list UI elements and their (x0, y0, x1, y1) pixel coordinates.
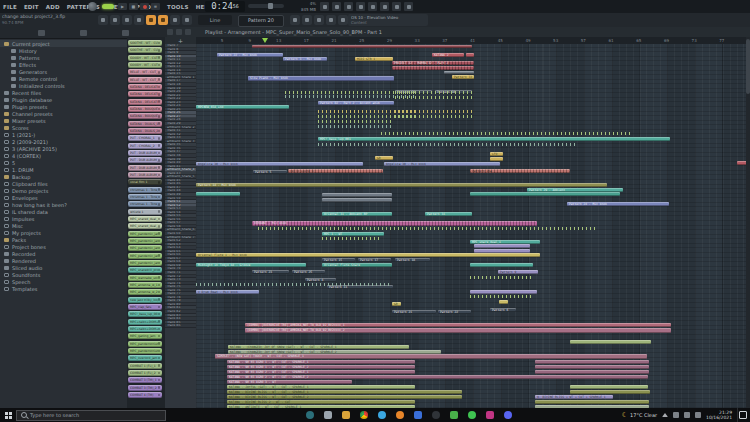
menu-file[interactable]: FILE (3, 4, 17, 10)
picker-item-combat-3-tm-2[interactable]: COMBAT 3 (TM)_2 (128, 385, 162, 391)
mute-dot-icon[interactable] (158, 342, 161, 345)
browser-item-project-bones[interactable]: Project bones (0, 243, 127, 250)
paint-tool-icon[interactable] (158, 15, 168, 25)
picker-item-mpc-bass-lup-001[interactable]: MPC!_bass_lup_001 (128, 311, 162, 317)
browser-item-mixer-presets[interactable]: Mixer presets (0, 117, 127, 124)
taskbar-file-explorer-icon[interactable] (342, 411, 350, 419)
volume-icon[interactable] (695, 412, 701, 418)
browser-item-channel-presets[interactable]: Channel presets (0, 110, 127, 117)
select-tool-icon[interactable] (314, 15, 324, 25)
mute-dot-icon[interactable] (158, 298, 161, 301)
playlist-clip[interactable]: MPC!_bass_lup_001 (318, 137, 670, 141)
picker-item-vocal-film-1[interactable]: vocal film 1 (128, 179, 162, 185)
mute-dot-icon[interactable] (158, 56, 161, 59)
playlist-clip[interactable]: LFO (490, 152, 503, 156)
playlist-clip[interactable] (737, 161, 746, 165)
picker-item-soothe-wt-cut-2[interactable]: SOOTHE - WT - CUT_2 (128, 47, 162, 53)
taskbar-cortana-icon[interactable] (306, 411, 314, 419)
mute-dot-icon[interactable] (158, 247, 161, 250)
playlist-clip[interactable] (490, 157, 503, 161)
taskbar-edge-icon[interactable] (378, 411, 386, 419)
delete-tool-icon[interactable] (170, 15, 180, 25)
picker-item-goody-wt-cut-2[interactable]: GOODY - WT - CUT_2 (128, 62, 162, 68)
taskbar-task-view-icon[interactable] (324, 411, 332, 419)
playlist-clip[interactable]: Pattern 5 (253, 170, 287, 174)
playlist-clip[interactable] (535, 365, 649, 369)
mute-dot-icon[interactable] (158, 306, 161, 309)
mute-dot-icon[interactable] (158, 174, 161, 177)
browser-item-plugin-presets[interactable]: Plugin presets (0, 103, 127, 110)
playlist-clip[interactable]: KATANA - 90 03 AGRO 2 - WT - CUT - SPARK… (227, 370, 415, 374)
playlist-clip[interactable]: Pattern 23 (252, 270, 289, 274)
picker-item-mpc-antenna-w-2[interactable]: MPC_antenna_w_2 (128, 289, 162, 295)
playlist-clip[interactable]: KATANA 2 (432, 53, 464, 57)
mute-dot-icon[interactable] (158, 144, 161, 147)
picker-item-put-dub-album-4[interactable]: PUT - DUB ALBUM_4 (128, 172, 162, 178)
playlist-clip[interactable]: KATANA - (CHANGED) JOY OF SNOW (GUT) - W… (228, 345, 409, 349)
taskbar-fl-studio-icon[interactable] (396, 411, 404, 419)
menu-edit[interactable]: EDIT (24, 4, 39, 10)
playlist-clip[interactable]: Pattern 8 (305, 278, 336, 282)
taskbar-whatsapp-icon[interactable] (468, 411, 476, 419)
browser-item-speech[interactable]: Speech (0, 278, 127, 285)
blend-notes-icon[interactable] (368, 2, 377, 11)
picker-item-katana-bouquet-1[interactable]: KATANA - BOUQUET_1 (128, 106, 162, 112)
picker-item-katana-duals-2[interactable]: KATANA - DUALS_2 (128, 128, 162, 134)
mute-dot-icon[interactable] (158, 71, 161, 74)
save-icon[interactable] (110, 15, 120, 25)
picker-item-mpc-pandemonium-jam-2[interactable]: MPC_pandemonium_jam_2 (128, 348, 162, 354)
record-button[interactable] (140, 3, 149, 10)
picker-item-mpc-pandemic-jam-1[interactable]: MPC_pandemic_jam_1 (128, 231, 162, 237)
browser-item-current-project[interactable]: Current project (0, 40, 127, 47)
picker-item-mpc-taiko-dom-008-1[interactable]: MPC+taiko+DOM+008_1 (128, 319, 162, 325)
playlist-clip[interactable]: Pattern 18 (395, 258, 430, 262)
taskbar-instagram-icon[interactable] (486, 411, 494, 419)
browser-item-remote-control[interactable]: Remote control (0, 75, 127, 82)
picker-item-mpc-taiko-dom-008-2[interactable]: MPC+taiko+DOM+008_2 (128, 326, 162, 332)
playlist-clip[interactable] (322, 193, 392, 197)
playlist-clip[interactable]: Pattern 31 (425, 212, 472, 216)
mute-dot-icon[interactable] (158, 232, 161, 235)
play-button[interactable]: ▶ (118, 3, 127, 10)
playlist-clip[interactable]: Angelica 30 - Mix knob (384, 162, 500, 166)
taskbar-discord-icon[interactable] (504, 411, 512, 419)
playlist-clip[interactable] (535, 360, 649, 364)
typing-keyboard-icon[interactable] (320, 2, 329, 11)
picker-item-mpc-overlord-jam[interactable]: MPC_overlord_jam (128, 355, 162, 361)
browser-item-1-2021[interactable]: 1 (2021-) (0, 131, 127, 138)
playlist-clip[interactable]: Pattern D2 - Part 2 - Accent anim (318, 101, 394, 105)
browser-item-initialized-controls[interactable]: Initialized controls (0, 82, 127, 89)
mute-dot-icon[interactable] (158, 181, 161, 184)
slice-tool-icon[interactable] (302, 15, 312, 25)
playlist-clip[interactable]: cello suite 1 (288, 169, 383, 173)
playlist-detach-icon[interactable] (176, 29, 182, 35)
mute-dot-icon[interactable] (158, 372, 161, 375)
picker-item-mpc-antenna-w-1[interactable]: MPC_antenna_w_1 (128, 282, 162, 288)
picker-item-mpc-pandemonium-jam-1[interactable]: MPC_pandemonium_jam_1 (128, 341, 162, 347)
mute-tool-icon[interactable] (182, 15, 192, 25)
mute-dot-icon[interactable] (158, 350, 161, 353)
playlist-grid[interactable]: Pattern 22 - Mix knobPattern 3 - Mix kno… (196, 44, 746, 408)
playlist-clip[interactable]: KATANA - 90 03 AGRO 1 - WT - CUT - SPARK… (227, 360, 415, 364)
mute-dot-icon[interactable] (158, 49, 161, 52)
playlist-clip[interactable]: Pattern 25 (292, 270, 325, 274)
playlist-clip[interactable] (470, 192, 620, 196)
taskbar-phone-icon[interactable] (450, 411, 458, 419)
mute-dot-icon[interactable] (158, 313, 161, 316)
picker-item-new-jazz-trilby-loop[interactable]: new jazz trilby_loop (128, 297, 162, 303)
playlist-clip[interactable]: Pattern 9 (498, 270, 538, 274)
browser-item-recorded[interactable]: Recorded (0, 250, 127, 257)
browser-item-packs[interactable]: Packs (0, 236, 127, 243)
playlist-clip[interactable] (570, 340, 651, 344)
playlist-clip[interactable] (470, 290, 537, 294)
playlist-clip[interactable] (470, 263, 533, 267)
mute-dot-icon[interactable] (158, 122, 161, 125)
browser-item-scores[interactable]: Scores (0, 124, 127, 131)
playlist-clip[interactable] (535, 400, 649, 404)
mute-dot-icon[interactable] (158, 166, 161, 169)
playlist-clip[interactable]: Pattern 17 (358, 258, 391, 262)
playlist-clip[interactable]: VERDANT - Mix knob (252, 221, 537, 226)
picker-item-katana-delicate-3[interactable]: KATANA - DELICATE_3 (128, 99, 162, 105)
playlist-clip[interactable]: Pattern 22 - Mix knob (217, 53, 283, 57)
mute-dot-icon[interactable] (158, 130, 161, 133)
